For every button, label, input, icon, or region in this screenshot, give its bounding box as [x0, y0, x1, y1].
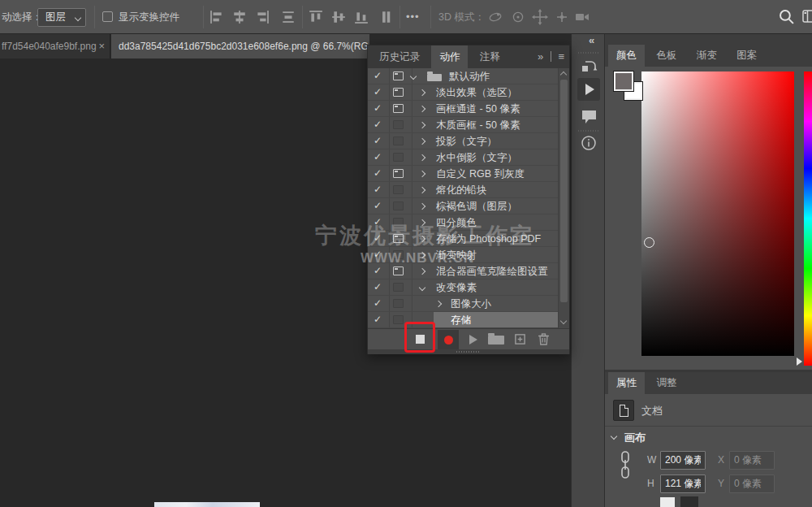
- modal-dialog-toggle[interactable]: [393, 88, 404, 97]
- search-icon[interactable]: [778, 8, 795, 25]
- expand-arrow-icon[interactable]: [419, 106, 425, 112]
- 3d-camera-icon[interactable]: [575, 9, 591, 25]
- action-row[interactable]: ✓改变像素: [368, 280, 558, 296]
- action-row[interactable]: ✓存储为 Photoshop PDF: [368, 231, 558, 247]
- action-enabled-check[interactable]: ✓: [374, 117, 382, 132]
- action-row[interactable]: ✓水中倒影（文字）: [368, 150, 558, 166]
- action-enabled-check[interactable]: ✓: [374, 84, 382, 100]
- record-button[interactable]: [438, 330, 459, 349]
- chevron-down-icon[interactable]: [611, 433, 617, 440]
- tab-properties[interactable]: 属性: [608, 372, 645, 394]
- modal-dialog-toggle[interactable]: [393, 104, 404, 113]
- info-icon[interactable]: [581, 135, 597, 154]
- expand-arrow-icon[interactable]: [419, 203, 425, 210]
- delete-action-button[interactable]: [537, 332, 551, 346]
- align-horizontal-centers-icon[interactable]: [232, 10, 247, 24]
- modal-dialog-toggle[interactable]: [393, 218, 404, 227]
- action-enabled-check[interactable]: ✓: [374, 182, 382, 197]
- document-tab-inactive[interactable]: ff7d54e040afe9bf.png ×: [0, 34, 110, 58]
- action-enabled-check[interactable]: ✓: [374, 247, 382, 262]
- scroll-down-icon[interactable]: [560, 318, 567, 324]
- width-field[interactable]: [660, 451, 706, 470]
- modal-dialog-toggle[interactable]: [393, 283, 404, 292]
- 3d-orbit-icon[interactable]: [487, 9, 503, 25]
- modal-dialog-toggle[interactable]: [393, 120, 404, 129]
- scroll-up-icon[interactable]: [560, 72, 567, 78]
- expand-arrow-icon[interactable]: [435, 301, 442, 307]
- tab-gradients[interactable]: 渐变: [689, 45, 725, 67]
- action-row[interactable]: ✓图像大小: [368, 296, 558, 312]
- action-enabled-check[interactable]: ✓: [374, 68, 382, 84]
- distribute-horizontal-centers-icon[interactable]: [378, 10, 393, 24]
- expand-arrow-icon[interactable]: [419, 236, 425, 242]
- hue-slider[interactable]: [804, 72, 812, 366]
- new-action-set-button[interactable]: [488, 336, 504, 344]
- history-panel-icon[interactable]: [580, 57, 598, 78]
- play-button[interactable]: [469, 335, 477, 344]
- expand-arrow-icon[interactable]: [419, 154, 425, 161]
- 3d-roll-icon[interactable]: [510, 9, 526, 25]
- modal-dialog-toggle[interactable]: [393, 266, 404, 275]
- y-field[interactable]: [729, 474, 775, 493]
- x-field[interactable]: [729, 451, 775, 470]
- action-row[interactable]: ✓淡出效果（选区）: [368, 84, 558, 101]
- hue-slider-indicator[interactable]: [797, 358, 802, 366]
- panel-resize-grip[interactable]: [368, 349, 569, 354]
- align-top-edges-icon[interactable]: [309, 10, 323, 24]
- action-row[interactable]: ✓混合器画笔克隆绘图设置: [368, 263, 558, 280]
- action-row[interactable]: ✓四分颜色: [368, 214, 558, 231]
- action-set-row[interactable]: ✓默认动作: [368, 68, 558, 84]
- actions-panel-icon[interactable]: [577, 78, 600, 101]
- scrollbar-thumb[interactable]: [560, 80, 568, 302]
- document-tab-active[interactable]: dd3a785425d41d675bc2d031e608ef6e.png @ 6…: [111, 34, 369, 58]
- dock-grip[interactable]: [578, 130, 599, 132]
- action-enabled-check[interactable]: ✓: [374, 214, 382, 230]
- align-left-edges-icon[interactable]: [209, 10, 224, 24]
- distribute-vertical-centers-icon[interactable]: [281, 10, 296, 24]
- modal-dialog-toggle[interactable]: [393, 169, 404, 178]
- modal-dialog-toggle[interactable]: [393, 315, 404, 324]
- modal-dialog-toggle[interactable]: [393, 72, 404, 80]
- action-enabled-check[interactable]: ✓: [374, 312, 382, 327]
- action-row[interactable]: ✓棕褐色调（图层）: [368, 198, 558, 214]
- action-enabled-check[interactable]: ✓: [374, 296, 382, 311]
- relative-position-checkbox[interactable]: [660, 497, 675, 507]
- action-row[interactable]: ✓熔化的铅块: [368, 182, 558, 198]
- actions-scrollbar[interactable]: [558, 68, 569, 328]
- align-vertical-centers-icon[interactable]: [331, 10, 346, 24]
- dock-grip[interactable]: [578, 52, 599, 54]
- align-bottom-edges-icon[interactable]: [354, 10, 369, 24]
- action-enabled-check[interactable]: ✓: [374, 133, 382, 149]
- 3d-pan-icon[interactable]: [532, 9, 548, 25]
- collapse-dock-icon[interactable]: «: [589, 34, 594, 46]
- modal-dialog-toggle[interactable]: [393, 250, 404, 259]
- saturation-brightness-field[interactable]: [641, 72, 794, 356]
- 3d-slide-icon[interactable]: [554, 9, 570, 25]
- workspace-switcher-icon[interactable]: [802, 10, 812, 23]
- modal-dialog-toggle[interactable]: [393, 185, 404, 194]
- modal-dialog-toggle[interactable]: [393, 136, 404, 145]
- link-dimensions-icon[interactable]: [620, 451, 631, 482]
- expand-arrow-icon[interactable]: [419, 284, 425, 291]
- action-enabled-check[interactable]: ✓: [374, 101, 382, 116]
- action-enabled-check[interactable]: ✓: [374, 263, 382, 279]
- action-row[interactable]: ✓渐变映射: [368, 247, 558, 263]
- notes-panel-icon[interactable]: [581, 109, 598, 128]
- action-row[interactable]: ✓画框通道 - 50 像素: [368, 101, 558, 117]
- tab-notes[interactable]: 注释: [472, 46, 508, 68]
- expand-arrow-icon[interactable]: [419, 171, 425, 177]
- tab-color[interactable]: 颜色: [608, 45, 645, 67]
- action-row[interactable]: ✓木质画框 - 50 像素: [368, 117, 558, 133]
- action-row[interactable]: ✓自定义 RGB 到灰度: [368, 166, 558, 182]
- action-enabled-check[interactable]: ✓: [374, 166, 382, 181]
- expand-arrow-icon[interactable]: [419, 122, 425, 128]
- close-icon[interactable]: ×: [98, 34, 105, 58]
- expand-arrow-icon[interactable]: [419, 89, 425, 96]
- expand-panel-icon[interactable]: »: [538, 50, 543, 63]
- expand-arrow-icon[interactable]: [419, 219, 425, 226]
- canvas-color-swatch[interactable]: [680, 496, 698, 507]
- height-field[interactable]: [660, 474, 706, 493]
- expand-arrow-icon[interactable]: [410, 73, 417, 80]
- tab-actions[interactable]: 动作: [431, 46, 468, 68]
- tab-patterns[interactable]: 图案: [728, 45, 765, 67]
